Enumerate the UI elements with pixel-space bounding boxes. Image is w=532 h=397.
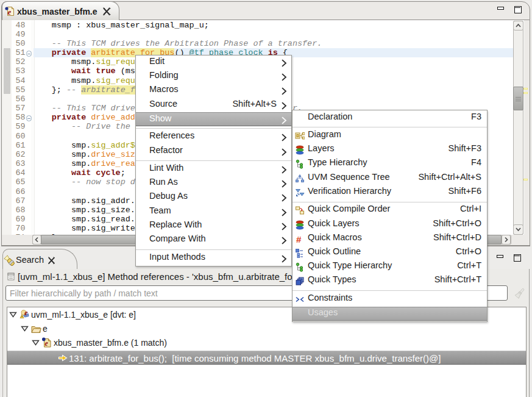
svg-text:#: #	[296, 234, 302, 244]
svg-text:e: e	[24, 309, 28, 317]
svg-text:e: e	[45, 339, 49, 348]
